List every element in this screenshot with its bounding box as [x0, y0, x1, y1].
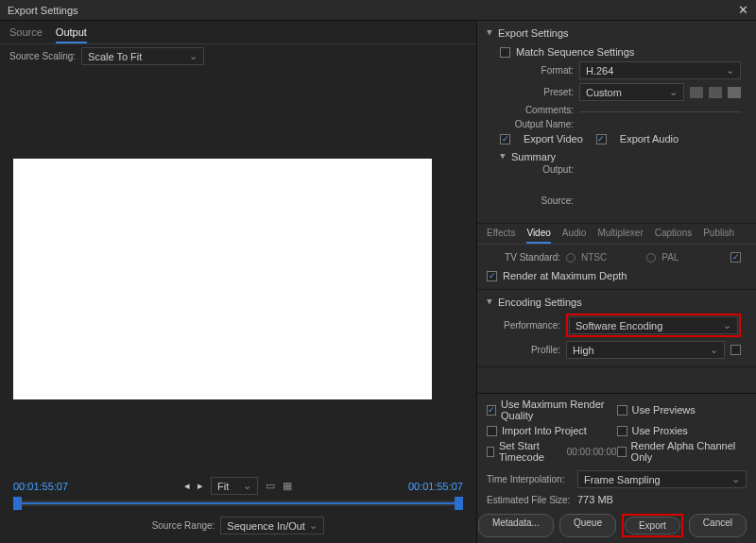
- preset-label: Preset:: [500, 87, 574, 97]
- chevron-down-icon: ⌄: [726, 64, 734, 76]
- window-title: Export Settings: [8, 5, 78, 16]
- export-audio-label: Export Audio: [620, 133, 679, 144]
- profile-dropdown[interactable]: High⌄: [566, 341, 725, 359]
- import-project-checkbox[interactable]: [487, 426, 497, 436]
- chevron-down-icon: ⌄: [669, 86, 678, 98]
- ntsc-radio[interactable]: [566, 253, 576, 263]
- close-icon[interactable]: ✕: [738, 3, 748, 17]
- set-start-tc-checkbox[interactable]: [487, 447, 494, 457]
- time-interp-value: Frame Sampling: [584, 474, 661, 485]
- import-project-label: Import Into Project: [502, 425, 587, 436]
- preset-value: Custom: [586, 87, 622, 98]
- time-interp-dropdown[interactable]: Frame Sampling⌄: [577, 470, 747, 488]
- tab-source[interactable]: Source: [9, 26, 43, 43]
- preview-canvas: [13, 159, 432, 399]
- render-max-depth-checkbox[interactable]: [487, 271, 497, 281]
- timeline-slider[interactable]: [13, 501, 463, 506]
- save-preset-icon[interactable]: [690, 87, 703, 98]
- performance-value: Software Encoding: [576, 320, 662, 331]
- subtab-audio[interactable]: Audio: [562, 228, 587, 244]
- chevron-down-icon: ⌄: [723, 319, 731, 331]
- import-preset-icon[interactable]: [709, 87, 722, 98]
- performance-dropdown[interactable]: Software Encoding⌄: [569, 316, 738, 334]
- format-label: Format:: [500, 65, 574, 76]
- output-name-label: Output Name:: [500, 119, 574, 129]
- start-timecode-value: 00:00:00:00: [567, 447, 617, 457]
- preset-dropdown[interactable]: Custom⌄: [579, 83, 684, 101]
- profile-value: High: [573, 345, 594, 356]
- source-scaling-dropdown[interactable]: Scale To Fit ⌄: [81, 47, 204, 65]
- export-video-checkbox[interactable]: [500, 134, 510, 144]
- source-scaling-value: Scale To Fit: [88, 51, 142, 62]
- summary-title: Summary: [511, 151, 556, 162]
- use-previews-checkbox[interactable]: [617, 405, 627, 416]
- overlay-icon[interactable]: ▦: [283, 480, 292, 492]
- pal-radio[interactable]: [646, 253, 656, 263]
- aspect-icon[interactable]: ▭: [266, 480, 275, 492]
- chevron-down-icon[interactable]: ▸: [484, 30, 496, 36]
- source-range-label: Source Range:: [152, 520, 215, 531]
- export-button[interactable]: Export: [625, 517, 680, 535]
- use-proxies-checkbox[interactable]: [617, 426, 627, 436]
- format-value: H.264: [586, 65, 613, 76]
- match-sequence-label: Match Sequence Settings: [516, 46, 634, 58]
- source-range-value: Sequence In/Out: [227, 520, 305, 532]
- comments-label: Comments:: [500, 105, 574, 115]
- step-back-icon[interactable]: ◂: [184, 480, 190, 492]
- use-proxies-label: Use Proxies: [632, 425, 688, 436]
- subtab-captions[interactable]: Captions: [655, 228, 692, 244]
- pal-label: PAL: [662, 252, 679, 263]
- chevron-down-icon[interactable]: ▸: [484, 299, 496, 305]
- source-range-dropdown[interactable]: Sequence In/Out ⌄: [220, 517, 324, 535]
- chevron-down-icon: ⌄: [189, 50, 198, 62]
- render-alpha-checkbox[interactable]: [617, 447, 627, 457]
- play-icon[interactable]: ▸: [198, 480, 203, 492]
- metadata-button[interactable]: Metadata...: [478, 514, 554, 537]
- cancel-button[interactable]: Cancel: [689, 514, 747, 537]
- est-size-value: 773 MB: [577, 494, 613, 505]
- est-size-label: Estimated File Size:: [487, 495, 572, 505]
- match-sequence-checkbox[interactable]: [500, 47, 510, 58]
- export-video-label: Export Video: [524, 133, 583, 144]
- export-audio-checkbox[interactable]: [596, 134, 607, 144]
- subtab-publish[interactable]: Publish: [703, 228, 734, 244]
- render-alpha-label: Render Alpha Channel Only: [631, 440, 747, 463]
- chevron-down-icon: ⌄: [309, 519, 318, 532]
- export-settings-title: Export Settings: [498, 27, 569, 39]
- chevron-down-icon[interactable]: ▸: [497, 154, 509, 160]
- summary-source-label: Source:: [500, 195, 574, 206]
- format-dropdown[interactable]: H.264⌄: [579, 61, 741, 79]
- export-highlight: Export: [622, 514, 683, 537]
- set-start-tc-label: Set Start Timecode: [499, 440, 558, 463]
- tv-standard-label: TV Standard:: [487, 252, 560, 263]
- timecode-left[interactable]: 00:01:55:07: [13, 481, 68, 492]
- render-max-depth-label: Render at Maximum Depth: [503, 270, 627, 281]
- time-interp-label: Time Interpolation:: [487, 474, 572, 484]
- source-scaling-label: Source Scaling:: [9, 51, 76, 61]
- zoom-fit-dropdown[interactable]: Fit ⌄: [211, 477, 258, 495]
- tab-output[interactable]: Output: [56, 26, 87, 43]
- zoom-fit-value: Fit: [217, 481, 229, 492]
- performance-label: Performance:: [487, 320, 560, 331]
- timecode-right: 00:01:55:07: [408, 481, 463, 492]
- delete-preset-icon[interactable]: [728, 87, 741, 98]
- use-max-render-label: Use Maximum Render Quality: [501, 399, 617, 421]
- chevron-down-icon: ⌄: [710, 344, 718, 356]
- profile-label: Profile:: [487, 345, 560, 355]
- tv-standard-lock-checkbox[interactable]: [730, 252, 741, 263]
- summary-output-label: Output:: [500, 164, 574, 175]
- performance-highlight: Software Encoding⌄: [566, 314, 741, 337]
- encoding-settings-title: Encoding Settings: [498, 297, 582, 308]
- queue-button[interactable]: Queue: [559, 514, 616, 537]
- profile-lock-checkbox[interactable]: [730, 345, 741, 355]
- use-previews-label: Use Previews: [632, 404, 696, 416]
- subtab-effects[interactable]: Effects: [487, 228, 515, 244]
- comments-input[interactable]: [579, 108, 741, 112]
- chevron-down-icon: ⌄: [731, 473, 740, 485]
- chevron-down-icon: ⌄: [243, 480, 251, 492]
- use-max-render-checkbox[interactable]: [487, 405, 496, 416]
- subtab-multiplexer[interactable]: Multiplexer: [597, 228, 643, 244]
- subtab-video[interactable]: Video: [526, 228, 550, 244]
- ntsc-label: NTSC: [581, 252, 607, 263]
